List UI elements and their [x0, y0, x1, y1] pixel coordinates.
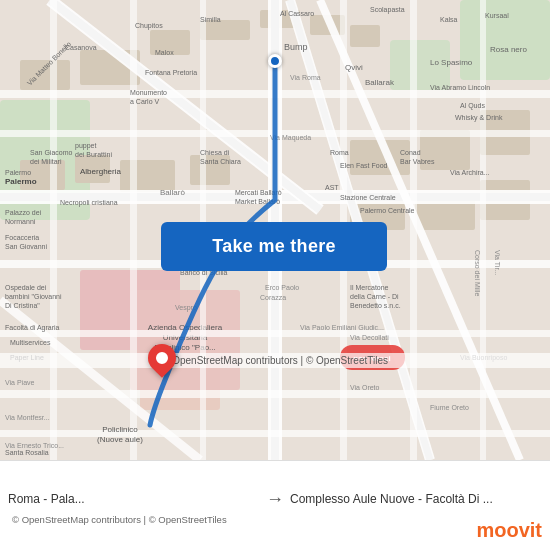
take-me-there-button[interactable]: Take me there	[161, 222, 387, 271]
bottom-bar: Roma - Pala... → Complesso Aule Nuove - …	[0, 460, 550, 550]
svg-text:Malox: Malox	[155, 49, 174, 56]
origin-marker	[268, 54, 282, 68]
svg-text:Facoltà di Agraria: Facoltà di Agraria	[5, 324, 60, 332]
svg-text:Di Cristina": Di Cristina"	[5, 302, 40, 309]
svg-rect-9	[200, 20, 250, 40]
map-container: Azienda Ospedaliera Universitaria Policl…	[0, 0, 550, 460]
svg-rect-41	[0, 430, 550, 437]
svg-text:bambini "Giovanni: bambini "Giovanni	[5, 293, 62, 300]
svg-text:Corazza: Corazza	[260, 294, 286, 301]
svg-text:Palermo: Palermo	[5, 169, 31, 176]
svg-text:a Carlo V: a Carlo V	[130, 98, 160, 105]
svg-text:Conad: Conad	[400, 149, 421, 156]
svg-text:Via Roma: Via Roma	[290, 74, 321, 81]
svg-text:Via Oreto: Via Oreto	[350, 384, 380, 391]
svg-rect-42	[50, 0, 57, 460]
copyright-text: © OpenStreetMap contributors | © OpenStr…	[162, 355, 388, 366]
svg-text:Santa Rosalia: Santa Rosalia	[5, 449, 49, 456]
svg-text:(Nuove aule): (Nuove aule)	[97, 435, 143, 444]
svg-text:Kalsa: Kalsa	[440, 16, 458, 23]
svg-text:Roma: Roma	[330, 149, 349, 156]
svg-text:Via Tir...: Via Tir...	[494, 250, 501, 275]
svg-text:Fontana Pretoria: Fontana Pretoria	[145, 69, 197, 76]
route-arrow-icon: →	[266, 489, 284, 510]
bottom-copyright-text: © OpenStreetMap contributors | © OpenStr…	[12, 514, 227, 525]
svg-text:Via Decollati: Via Decollati	[350, 334, 389, 341]
route-row: Roma - Pala... → Complesso Aule Nuove - …	[8, 487, 542, 512]
svg-rect-47	[480, 0, 486, 460]
cta-button-container: Take me there	[161, 222, 387, 271]
svg-text:Lo Spasimo: Lo Spasimo	[430, 58, 473, 67]
route-info: Roma - Pala... → Complesso Aule Nuove - …	[8, 461, 542, 550]
svg-rect-12	[350, 25, 380, 47]
svg-rect-43	[130, 0, 137, 460]
svg-text:Fiume Oreto: Fiume Oreto	[430, 404, 469, 411]
svg-text:della Carne - Di: della Carne - Di	[350, 293, 399, 300]
svg-text:Monumento: Monumento	[130, 89, 167, 96]
moovit-logo: moovit	[476, 519, 542, 542]
svg-text:Benedetto s.n.c.: Benedetto s.n.c.	[350, 302, 401, 309]
svg-text:San Giacomo: San Giacomo	[30, 149, 73, 156]
svg-text:San Giovanni: San Giovanni	[5, 243, 47, 250]
svg-text:Chupitos: Chupitos	[135, 22, 163, 30]
svg-rect-39	[0, 330, 550, 337]
svg-text:Via Piave: Via Piave	[5, 379, 35, 386]
svg-text:Rosa nero: Rosa nero	[490, 45, 527, 54]
svg-text:Scolapasta: Scolapasta	[370, 6, 405, 14]
svg-text:Qvivi: Qvivi	[345, 63, 363, 72]
map-copyright: © OpenStreetMap contributors | © OpenStr…	[0, 353, 550, 368]
svg-text:Bump: Bump	[284, 42, 308, 52]
svg-text:Ballarò: Ballarò	[160, 188, 185, 197]
svg-text:Focacceria: Focacceria	[5, 234, 39, 241]
svg-text:Al Cassaro: Al Cassaro	[280, 10, 314, 17]
svg-text:Chiesa di: Chiesa di	[200, 149, 230, 156]
svg-text:Albergheria: Albergheria	[80, 167, 121, 176]
svg-text:AST: AST	[325, 184, 339, 191]
svg-text:Palermo: Palermo	[5, 177, 37, 186]
svg-text:Erco Paolo: Erco Paolo	[265, 284, 299, 291]
svg-text:dei Burattini: dei Burattini	[75, 151, 112, 158]
svg-text:Via Ernesto Trico...: Via Ernesto Trico...	[5, 442, 64, 449]
svg-text:Santa Chiara: Santa Chiara	[200, 158, 241, 165]
svg-text:Via Montfesr...: Via Montfesr...	[5, 414, 50, 421]
svg-rect-46	[410, 0, 417, 460]
svg-text:Palermo Centrale: Palermo Centrale	[360, 207, 415, 214]
svg-text:Corso dei Mille: Corso dei Mille	[474, 250, 481, 296]
bottom-copyright: © OpenStreetMap contributors | © OpenStr…	[8, 512, 542, 525]
svg-text:Whisky & Drink: Whisky & Drink	[455, 114, 503, 122]
svg-text:Casanova: Casanova	[65, 44, 97, 51]
svg-text:Via Archira...: Via Archira...	[450, 169, 490, 176]
route-destination: Complesso Aule Nuove - Facoltà Di ...	[290, 492, 542, 506]
svg-rect-40	[0, 390, 550, 398]
svg-text:Al Quds: Al Quds	[460, 102, 485, 110]
svg-text:Ospedale dei: Ospedale dei	[5, 284, 47, 292]
svg-text:Elen Fast Food: Elen Fast Food	[340, 162, 388, 169]
svg-text:Necropoli cristiana: Necropoli cristiana	[60, 199, 118, 207]
svg-text:Via Abramo Lincoln: Via Abramo Lincoln	[430, 84, 490, 91]
svg-text:puppet: puppet	[75, 142, 96, 150]
svg-text:Il Mercatone: Il Mercatone	[350, 284, 389, 291]
svg-text:Stazione Centrale: Stazione Centrale	[340, 194, 396, 201]
svg-text:Similla: Similla	[200, 16, 221, 23]
svg-text:Kursaal: Kursaal	[485, 12, 509, 19]
svg-text:dei Militari: dei Militari	[30, 158, 62, 165]
svg-text:Bar Vabres: Bar Vabres	[400, 158, 435, 165]
svg-text:Ballarak: Ballarak	[365, 78, 395, 87]
svg-text:Via Paolo Emiliani Giudic...: Via Paolo Emiliani Giudic...	[300, 324, 384, 331]
svg-text:Multiservices: Multiservices	[10, 339, 51, 346]
moovit-logo-text: moovit	[476, 519, 542, 541]
svg-text:Normanni: Normanni	[5, 218, 36, 225]
route-origin: Roma - Pala...	[8, 492, 260, 506]
svg-text:Policlinico: Policlinico	[102, 425, 138, 434]
svg-text:Palazzo dei: Palazzo dei	[5, 209, 42, 216]
